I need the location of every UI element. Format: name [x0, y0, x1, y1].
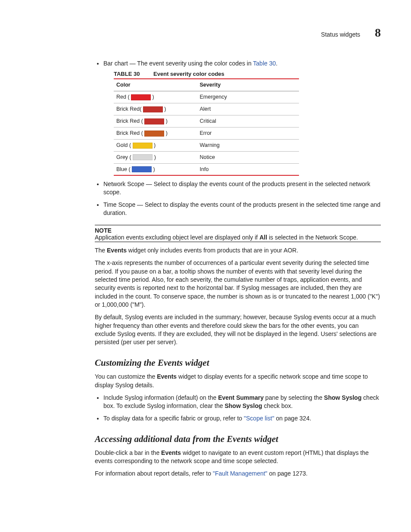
bold-text: Show Syslog — [324, 394, 361, 401]
table-row: Red ( )Emergency — [114, 91, 299, 103]
text-segment: is selected in the Network Scope. — [267, 234, 358, 241]
text-segment: widget only includes events from product… — [127, 247, 298, 254]
cell-severity: Notice — [197, 151, 299, 163]
cell-color: Brick Red ( ) — [114, 115, 197, 128]
bullet-bar-chart: Bar chart — The event severity using the… — [103, 59, 381, 176]
color-swatch — [143, 106, 163, 112]
color-swatch — [144, 131, 164, 137]
text-segment: Brick Red ( — [116, 130, 144, 136]
heading-customizing: Customizing the Events widget — [30, 358, 381, 368]
text-segment: Blue ( — [116, 166, 132, 172]
text-segment: ) — [152, 166, 155, 172]
bullet-time-scope: Time Scope — Select to display the event… — [103, 201, 381, 217]
text-segment: Grey ( — [116, 154, 133, 160]
color-swatch — [144, 118, 164, 124]
bold-text: Events — [161, 449, 181, 456]
cell-color: Red ( ) — [114, 91, 197, 103]
heading-accessing: Accessing additional data from the Event… — [30, 434, 381, 445]
text-segment: ) — [164, 118, 168, 124]
text-segment: For information about report details, re… — [95, 470, 213, 477]
bullet-include-syslog: Include Syslog information (default) on … — [103, 394, 381, 410]
cell-color: Blue ( ) — [114, 163, 197, 175]
text-segment: ) — [153, 154, 156, 160]
text-segment: Brick Red ( — [116, 118, 144, 124]
text-segment: check box. — [262, 402, 293, 409]
link-fault-management[interactable]: "Fault Management" — [213, 470, 268, 477]
text-segment: ) — [151, 94, 154, 100]
para-fault-mgmt: For information about report details, re… — [95, 470, 381, 478]
text-segment: ) — [153, 142, 156, 148]
bullet-scope-list: To display data for a specific fabric or… — [103, 414, 381, 423]
cell-severity: Error — [197, 127, 299, 139]
table-row: Brick Red ( )Error — [114, 127, 299, 139]
cell-severity: Info — [197, 163, 299, 175]
text-segment: Include Syslog information (default) on … — [103, 394, 218, 401]
cell-color: Brick Red ( ) — [114, 127, 197, 139]
col-header-severity: Severity — [197, 79, 299, 91]
text-segment: Bar chart — The event severity using the… — [103, 60, 253, 67]
para-syslog-default: By default, Syslog events are included i… — [95, 313, 381, 346]
color-swatch — [131, 94, 151, 100]
bold-text: Show Syslog — [224, 402, 262, 409]
text-segment: ) — [163, 106, 166, 112]
color-swatch — [133, 154, 153, 160]
text-segment: To display data for a specific fabric or… — [103, 415, 244, 422]
table-severity-colors: Color Severity Red ( )EmergencyBrick Red… — [114, 78, 299, 176]
text-segment: on page 324. — [274, 415, 311, 422]
table-label: TABLE 30 — [114, 71, 140, 77]
para-xaxis: The x-axis represents the number of occu… — [95, 259, 381, 309]
col-header-color: Color — [114, 79, 197, 91]
cell-color: Brick Red( ) — [114, 103, 197, 115]
text-segment: . — [276, 60, 277, 67]
text-segment: Double-click a bar in the — [95, 449, 161, 456]
text-segment: pane by selecting the — [264, 394, 324, 401]
cell-color: Grey ( ) — [114, 151, 197, 163]
header-section: Status widgets — [321, 31, 360, 38]
text-segment: on page 1273. — [268, 470, 308, 477]
para-customize: You can customize the Events widget to d… — [95, 373, 381, 389]
note-block: NOTE Application events excluding object… — [95, 225, 381, 242]
bold-text: Events — [157, 373, 177, 380]
table-row: Brick Red( )Alert — [114, 103, 299, 115]
bold-text: Event Summary — [218, 394, 264, 401]
note-title: NOTE — [95, 227, 381, 234]
cell-severity: Alert — [197, 103, 299, 115]
main-content: Bar chart — The event severity using the… — [30, 59, 381, 478]
text-segment: You can customize the — [95, 373, 157, 380]
bold-text: All — [259, 234, 267, 241]
text-segment: Application events excluding object leve… — [95, 234, 259, 241]
text-segment: Gold ( — [116, 142, 133, 148]
table-row: Brick Red ( )Critical — [114, 115, 299, 128]
cell-severity: Warning — [197, 139, 299, 151]
chapter-number: 8 — [375, 26, 381, 39]
link-table-30[interactable]: Table 30 — [253, 60, 276, 67]
bullet-network-scope: Network Scope — Select to display the ev… — [103, 180, 381, 196]
table-row: Blue ( )Info — [114, 163, 299, 175]
text-segment: ) — [164, 130, 168, 136]
text-segment: The — [95, 247, 107, 254]
note-body: Application events excluding object leve… — [95, 234, 381, 241]
para-double-click: Double-click a bar in the Events widget … — [95, 449, 381, 466]
bold-text: Events — [107, 247, 127, 254]
para-events-widget: The Events widget only includes events f… — [95, 246, 381, 255]
text-segment: Red ( — [116, 94, 131, 100]
cell-severity: Critical — [197, 115, 299, 128]
table-title: Event severity color codes — [153, 71, 224, 77]
page-header: Status widgets 8 — [30, 26, 381, 40]
table-row: Gold ( )Warning — [114, 139, 299, 151]
text-segment: Brick Red( — [116, 106, 143, 112]
color-swatch — [132, 166, 152, 172]
color-swatch — [133, 143, 153, 149]
table-row: Grey ( )Notice — [114, 151, 299, 163]
cell-severity: Emergency — [197, 91, 299, 103]
table-30-block: TABLE 30 Event severity color codes Colo… — [114, 70, 381, 176]
cell-color: Gold ( ) — [114, 139, 197, 151]
link-scope-list[interactable]: "Scope list" — [244, 415, 274, 422]
